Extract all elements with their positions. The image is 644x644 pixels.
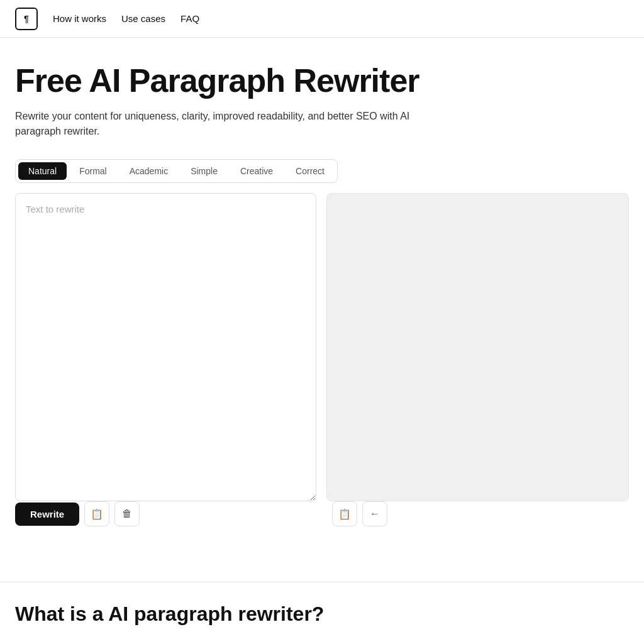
undo-icon: ← [370,508,380,519]
faq-title: What is a AI paragraph rewriter? [15,602,629,626]
navbar: ¶ How it works Use cases FAQ [0,0,644,38]
faq-body: An AI paragraph rewriter is a useful too… [15,641,581,644]
copy-output-button[interactable]: 📋 [332,501,357,526]
page-subtitle: Rewrite your content for uniqueness, cla… [15,109,418,139]
page-title: Free AI Paragraph Rewriter [15,63,629,99]
mode-tabs: Natural Formal Academic Simple Creative … [15,159,338,183]
main-content: Free AI Paragraph Rewriter Rewrite your … [0,38,644,552]
logo[interactable]: ¶ [15,8,38,30]
left-controls: Rewrite 📋 🗑 [15,501,312,526]
nav-faq[interactable]: FAQ [180,13,199,24]
tab-creative[interactable]: Creative [230,162,283,180]
right-controls: 📋 ← [322,501,629,526]
tab-formal[interactable]: Formal [69,162,117,180]
undo-button[interactable]: ← [362,501,387,526]
output-panel [326,193,629,501]
trash-icon: 🗑 [122,508,132,519]
delete-button[interactable]: 🗑 [114,501,140,526]
paste-icon: 📋 [91,508,103,520]
tab-natural[interactable]: Natural [18,162,67,180]
logo-icon: ¶ [24,14,29,24]
paste-button[interactable]: 📋 [84,501,109,526]
text-input[interactable] [15,193,316,501]
input-panel [15,193,316,501]
copy-icon: 📋 [338,508,351,520]
nav-use-cases[interactable]: Use cases [121,13,165,24]
controls-wrapper: Rewrite 📋 🗑 📋 ← [15,501,629,526]
tab-simple[interactable]: Simple [180,162,228,180]
tab-correct[interactable]: Correct [286,162,335,180]
rewrite-button[interactable]: Rewrite [15,502,79,526]
editor-area [15,193,629,501]
nav-how-it-works[interactable]: How it works [53,13,106,24]
tab-academic[interactable]: Academic [119,162,178,180]
nav-links: How it works Use cases FAQ [53,13,199,25]
faq-section: What is a AI paragraph rewriter? An AI p… [0,582,644,644]
